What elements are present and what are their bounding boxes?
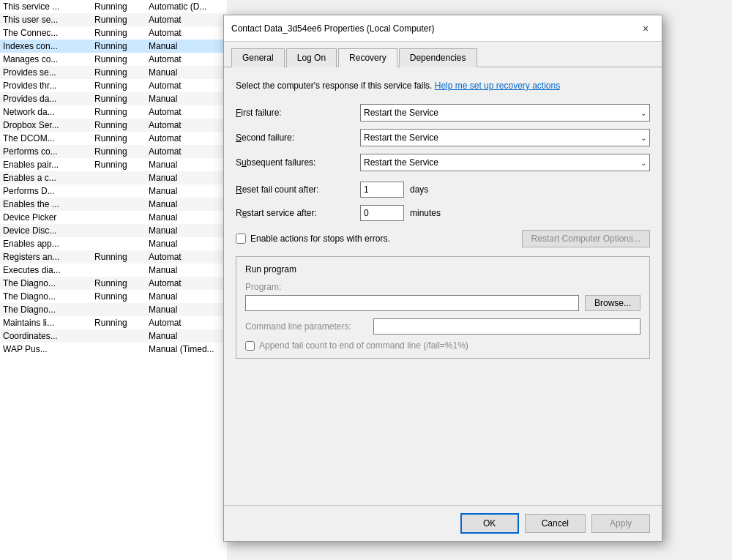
help-link[interactable]: Help me set up recovery actions [435,81,560,91]
tab-dependencies[interactable]: Dependencies [399,48,477,67]
apply-button[interactable]: Apply [591,514,650,533]
reset-fail-count-input[interactable] [360,182,404,198]
list-item: Enables a c... Manual [0,171,227,184]
subsequent-failure-row: Subsequent failures: Restart the Service… [236,154,650,171]
first-failure-label-text: First failure: [236,108,282,118]
second-failure-dropdown[interactable]: Restart the Service ⌄ [360,129,650,146]
browse-button[interactable]: Browse... [585,295,640,311]
tabs-container: General Log On Recovery Dependencies [224,42,662,67]
subsequent-failure-label-text: Subsequent failures: [236,157,315,168]
chevron-down-icon: ⌄ [640,159,646,167]
subsequent-failure-label: Subsequent failures: [236,157,360,168]
list-item: Provides se... Running Manual [0,66,227,79]
subsequent-failure-dropdown[interactable]: Restart the Service ⌄ [360,154,650,171]
list-item: The Connec... Running Automat [0,26,227,40]
tab-general[interactable]: General [231,48,285,67]
restart-service-input[interactable] [360,205,404,221]
dialog-footer: OK Cancel Apply [224,505,662,541]
restart-service-row: Restart service after: minutes [236,205,650,221]
list-item: WAP Pus... Manual (Timed... [0,343,227,356]
dialog-content: Select the computer's response if this s… [224,67,662,370]
list-item: Provides da... Running Manual [0,92,227,105]
list-item: Performs D... Manual [0,184,227,198]
cmd-input[interactable] [373,318,640,335]
second-failure-row: Second failure: Restart the Service ⌄ [236,129,650,146]
list-item: Executes dia... Manual [0,264,227,277]
list-item: Dropbox Ser... Running Automat [0,119,227,132]
restart-computer-options-button[interactable]: Restart Computer Options... [522,230,650,247]
list-item: Device Picker Manual [0,211,227,224]
services-list: This service ... Running Automatic (D...… [0,0,227,560]
second-failure-label: Second failure: [236,132,360,143]
list-item: Provides thr... Running Automat [0,79,227,92]
days-label: days [410,184,428,195]
first-failure-row: First failure: Restart the Service ⌄ [236,104,650,122]
append-fail-label: Append fail count to end of command line… [259,340,468,351]
list-item: Indexes con... Running Manual [0,40,227,53]
program-input[interactable] [245,295,579,311]
title-bar: Contact Data_3d54ee6 Properties (Local C… [224,15,662,42]
list-item: Device Disc... Manual [0,224,227,237]
list-item: Maintains li... Running Automat [0,316,227,329]
list-item: Network da... Running Automat [0,105,227,119]
minutes-label: minutes [410,208,441,218]
list-item: Enables pair... Running Manual [0,158,227,171]
run-program-title: Run program [245,264,640,275]
recovery-description: Select the computer's response if this s… [236,79,650,92]
list-item: Manages co... Running Automat [0,53,227,66]
enable-actions-checkbox[interactable] [236,234,246,244]
enable-actions-row: Enable actions for stops with errors. Re… [236,230,650,247]
list-item: The Diagno... Manual [0,303,227,316]
list-item: The DCOM... Running Automat [0,132,227,145]
list-item: This user se... Running Automat [0,13,227,26]
second-failure-label-text: Second failure: [236,132,294,143]
append-fail-checkbox[interactable] [245,341,255,351]
tab-logon[interactable]: Log On [286,48,337,67]
list-item: Coordinates... Manual [0,329,227,343]
list-item: Registers an... Running Automat [0,250,227,264]
list-item: Enables the ... Manual [0,198,227,211]
chevron-down-icon: ⌄ [640,134,646,142]
run-program-group: Run program Program: Browse... Command l… [236,256,650,359]
list-item: The Diagno... Running Manual [0,290,227,303]
program-label: Program: [245,282,640,292]
append-row: Append fail count to end of command line… [245,340,640,351]
enable-actions-label: Enable actions for stops with errors. [250,234,390,244]
list-item: The Diagno... Running Automat [0,277,227,290]
cancel-button[interactable]: Cancel [525,514,586,533]
restart-service-label: Restart service after: [236,208,360,218]
list-item: Enables app... Manual [0,237,227,250]
first-failure-dropdown[interactable]: Restart the Service ⌄ [360,104,650,122]
list-item: Performs co... Running Automat [0,145,227,158]
reset-fail-count-row: Reset fail count after: days [236,182,650,198]
properties-dialog: Contact Data_3d54ee6 Properties (Local C… [223,15,662,542]
first-failure-label: First failure: [236,108,360,118]
cmd-label: Command line parameters: [245,321,373,332]
close-button[interactable]: × [637,20,654,37]
tab-recovery[interactable]: Recovery [338,48,397,67]
program-row: Browse... [245,295,640,311]
ok-button[interactable]: OK [460,513,519,534]
reset-fail-count-label: Reset fail count after: [236,184,360,195]
list-item: This service ... Running Automatic (D... [0,0,227,13]
chevron-down-icon: ⌄ [640,109,646,117]
dialog-title: Contact Data_3d54ee6 Properties (Local C… [231,23,435,34]
cmd-row: Command line parameters: [245,318,640,335]
